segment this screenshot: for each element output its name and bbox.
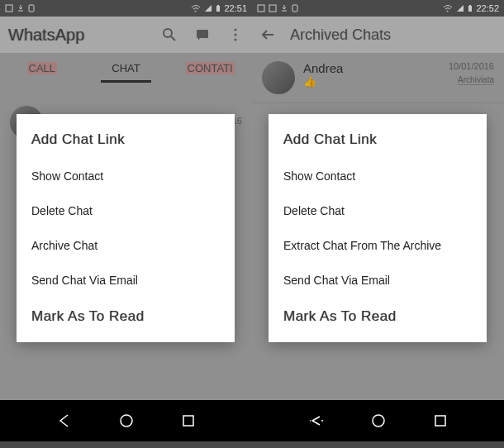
svg-rect-16 [183, 416, 193, 426]
menu-show-contact[interactable]: Show Contact [17, 159, 235, 193]
svg-rect-13 [468, 6, 472, 12]
svg-rect-0 [6, 5, 12, 12]
nav-back-icon[interactable] [307, 411, 326, 431]
nav-recent-icon[interactable] [430, 411, 450, 431]
nav-home-icon[interactable] [368, 411, 388, 431]
notification-icon [5, 4, 13, 12]
main-header: WhatsApp [0, 17, 252, 53]
svg-point-9 [235, 39, 237, 41]
battery-icon [468, 4, 473, 12]
app-title: WhatsApp [8, 26, 161, 45]
svg-rect-6 [197, 30, 208, 38]
screen-archived: 22:52 Archived Chats Andrea 👍 10/01/2016… [252, 0, 504, 400]
svg-point-18 [373, 415, 384, 427]
download-icon [280, 4, 288, 12]
phone-icon [28, 4, 35, 12]
wifi-icon [443, 4, 453, 12]
svg-point-15 [121, 415, 132, 427]
download-icon [17, 4, 25, 12]
status-time: 22:52 [476, 3, 499, 13]
signal-icon [456, 4, 464, 12]
svg-rect-12 [292, 5, 297, 12]
wifi-icon [191, 4, 201, 12]
svg-rect-11 [269, 5, 276, 12]
signal-icon [204, 4, 212, 12]
menu-send-email[interactable]: Send Chat Via Email [17, 263, 235, 298]
nav-back-icon[interactable] [55, 411, 74, 431]
screen-main: 22:51 WhatsApp CALL Chat CONTATI Sine 11… [0, 0, 252, 400]
menu-send-email[interactable]: Send Chat Via Email [269, 263, 487, 298]
svg-rect-1 [29, 5, 34, 12]
svg-rect-3 [217, 5, 219, 6]
svg-point-7 [235, 29, 237, 31]
menu-delete-chat[interactable]: Delete Chat [269, 193, 487, 228]
nav-recent-icon[interactable] [178, 411, 198, 431]
back-arrow-icon[interactable] [260, 26, 277, 43]
menu-extract-chat[interactable]: Extract Chat From The Archive [269, 228, 487, 263]
menu-delete-chat[interactable]: Delete Chat [17, 193, 235, 228]
search-icon[interactable] [161, 26, 178, 43]
nav-home-icon[interactable] [116, 411, 136, 431]
menu-dots-icon[interactable] [227, 26, 244, 43]
battery-icon [216, 4, 221, 12]
svg-line-5 [171, 36, 175, 41]
svg-point-17 [321, 420, 323, 422]
notification-icon [257, 4, 265, 12]
svg-rect-10 [258, 5, 264, 12]
svg-point-4 [164, 29, 172, 37]
chat-icon[interactable] [194, 26, 211, 43]
svg-rect-19 [435, 416, 445, 426]
notification-icon [269, 4, 277, 12]
menu-add-link[interactable]: Add Chat Link [269, 121, 487, 159]
menu-add-link[interactable]: Add Chat Link [17, 121, 235, 159]
svg-point-8 [235, 34, 237, 36]
menu-mark-read[interactable]: Mark As To Read [17, 298, 235, 336]
svg-rect-14 [469, 5, 471, 6]
nav-bar [0, 400, 504, 441]
menu-archive-chat[interactable]: Archive Chat [17, 228, 235, 263]
menu-mark-read[interactable]: Mark As To Read [269, 298, 487, 336]
menu-show-contact[interactable]: Show Contact [269, 159, 487, 193]
context-menu: Add Chat Link Show Contact Delete Chat A… [17, 114, 235, 342]
status-time: 22:51 [224, 3, 247, 13]
status-bar: 22:52 [252, 0, 504, 17]
phone-icon [292, 4, 298, 12]
status-bar: 22:51 [0, 0, 252, 17]
context-menu: Add Chat Link Show Contact Delete Chat E… [269, 114, 487, 342]
archived-header: Archived Chats [252, 17, 504, 53]
svg-rect-2 [216, 6, 220, 12]
page-title: Archived Chats [290, 26, 391, 44]
